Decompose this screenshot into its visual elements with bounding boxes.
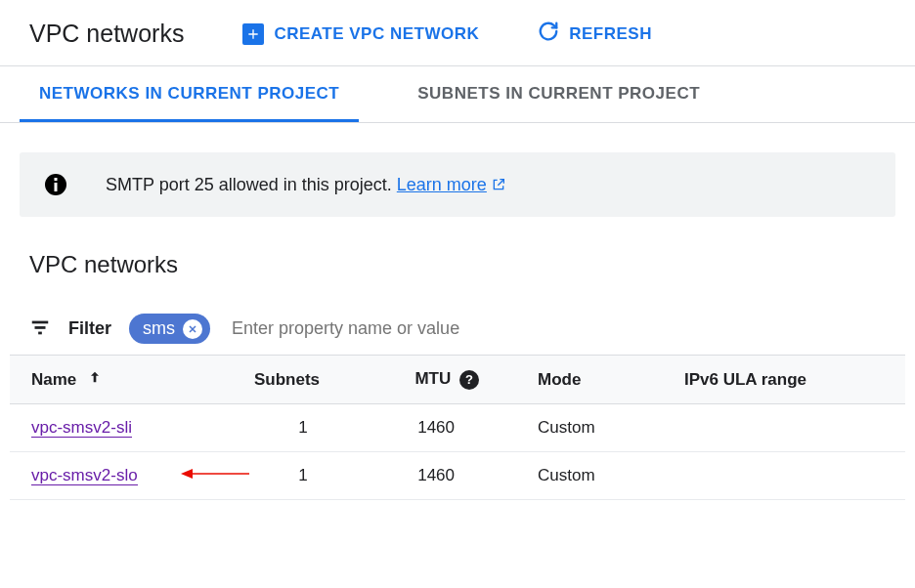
- cell-ipv6: [675, 452, 905, 500]
- vpc-table: Name Subnets MTU ? Mode IPv6 ULA range v…: [10, 355, 905, 500]
- tab-subnets[interactable]: SUBNETS IN CURRENT PROJECT: [398, 66, 719, 122]
- filter-input[interactable]: [228, 313, 886, 345]
- cell-subnets: 1: [244, 452, 362, 500]
- col-name-label: Name: [31, 370, 76, 389]
- sort-asc-icon: [87, 369, 103, 385]
- vpc-name-link[interactable]: vpc-smsv2-sli: [31, 418, 132, 438]
- filter-chip[interactable]: sms: [129, 314, 210, 344]
- create-vpc-button[interactable]: CREATE VPC NETWORK: [242, 23, 479, 45]
- cell-mode: Custom: [528, 404, 675, 452]
- svg-rect-2: [32, 320, 49, 323]
- refresh-button[interactable]: REFRESH: [538, 21, 652, 47]
- table-row: vpc-smsv2-sli 1 1460 Custom: [10, 404, 905, 452]
- col-name[interactable]: Name: [10, 356, 244, 404]
- filter-label: Filter: [68, 318, 111, 339]
- filter-chip-text: sms: [143, 318, 175, 339]
- col-mtu[interactable]: MTU ?: [362, 356, 528, 404]
- banner-text: SMTP port 25 allowed in this project. Le…: [106, 175, 506, 195]
- section-title: VPC networks: [29, 251, 886, 278]
- svg-rect-4: [38, 331, 42, 334]
- refresh-label: REFRESH: [569, 24, 652, 44]
- annotation-arrow-icon: [181, 466, 249, 485]
- chip-remove-icon[interactable]: [183, 319, 202, 339]
- cell-mtu: 1460: [362, 452, 528, 500]
- page-title: VPC networks: [29, 20, 184, 48]
- filter-icon[interactable]: [29, 316, 51, 342]
- help-icon[interactable]: ?: [459, 370, 479, 390]
- col-mtu-label: MTU: [414, 369, 451, 388]
- banner-prefix: SMTP port 25 allowed in this project.: [106, 175, 397, 194]
- svg-rect-1: [55, 183, 58, 191]
- learn-more-text: Learn more: [397, 175, 487, 195]
- col-ipv6[interactable]: IPv6 ULA range: [675, 356, 905, 404]
- table-header-row: Name Subnets MTU ? Mode IPv6 ULA range: [10, 356, 905, 404]
- cell-ipv6: [675, 404, 905, 452]
- table-row: vpc-smsv2-slo 1 1460 Custom: [10, 452, 905, 500]
- tabs: NETWORKS IN CURRENT PROJECT SUBNETS IN C…: [0, 65, 915, 123]
- header-actions: CREATE VPC NETWORK REFRESH: [242, 21, 652, 47]
- info-banner: SMTP port 25 allowed in this project. Le…: [20, 152, 895, 217]
- cell-subnets: 1: [244, 404, 362, 452]
- info-icon: [45, 174, 66, 195]
- refresh-icon: [538, 21, 559, 47]
- create-vpc-label: CREATE VPC NETWORK: [274, 24, 479, 44]
- svg-rect-3: [35, 326, 46, 329]
- col-subnets[interactable]: Subnets: [244, 356, 362, 404]
- vpc-name-link[interactable]: vpc-smsv2-slo: [31, 466, 138, 485]
- page-header: VPC networks CREATE VPC NETWORK REFRESH: [0, 0, 915, 65]
- learn-more-link[interactable]: Learn more: [397, 175, 506, 195]
- add-icon: [242, 23, 264, 45]
- filter-bar: Filter sms: [10, 303, 905, 355]
- svg-rect-0: [55, 178, 58, 181]
- cell-mtu: 1460: [362, 404, 528, 452]
- cell-mode: Custom: [528, 452, 675, 500]
- tab-networks[interactable]: NETWORKS IN CURRENT PROJECT: [20, 66, 359, 122]
- col-mode[interactable]: Mode: [528, 356, 675, 404]
